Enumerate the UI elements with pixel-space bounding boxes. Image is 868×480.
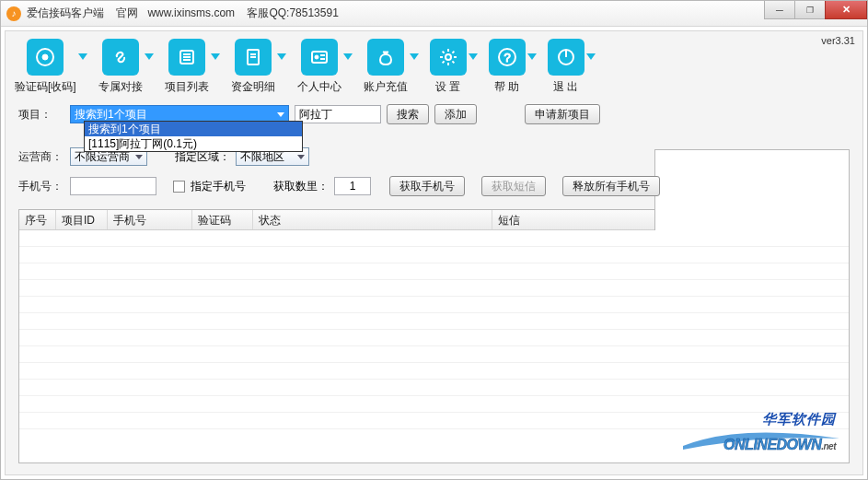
- table-row: [19, 280, 849, 297]
- table-row: [19, 330, 849, 346]
- project-dropdown[interactable]: 搜索到1个项目[1115]阿拉丁网(0.1元): [84, 121, 303, 152]
- site-label: 官网: [116, 6, 138, 19]
- content-panel: ver3.31 验证码[收码]专属对接项目列表资金明细个人中心账户充值设 置?帮…: [5, 30, 863, 475]
- get-sms-button[interactable]: 获取短信: [481, 176, 546, 196]
- get-phone-button[interactable]: 获取手机号: [389, 176, 465, 196]
- projects-label: 项目列表: [165, 79, 209, 95]
- table-row: [19, 230, 849, 247]
- col-seq[interactable]: 序号: [19, 210, 56, 229]
- table-row: [19, 263, 849, 280]
- profile-icon: [301, 39, 338, 76]
- toolbar-item-verify: 验证码[收码]: [15, 39, 87, 95]
- qty-label: 获取数里：: [273, 179, 329, 194]
- toolbar-item-funds: 资金明细: [231, 39, 286, 95]
- toolbar-item-help: ?帮 助: [489, 39, 537, 95]
- funds-dropdown-caret[interactable]: [277, 53, 286, 60]
- toolbar-item-settings: 设 置: [430, 39, 478, 95]
- exit-button[interactable]: 退 出: [548, 39, 584, 95]
- app-window: ♪ 爱信接码客户端 官网 www.ixinsms.com 客服QQ:785135…: [0, 0, 868, 480]
- settings-label: 设 置: [435, 79, 460, 95]
- app-name: 爱信接码客户端: [27, 6, 104, 19]
- row-phone: 手机号： 指定手机号 获取数里： 获取手机号 获取短信 释放所有手机号: [18, 172, 850, 200]
- phone-label: 手机号：: [18, 179, 64, 194]
- apply-project-button[interactable]: 申请新项目: [525, 104, 600, 124]
- main-toolbar: 验证码[收码]专属对接项目列表资金明细个人中心账户充值设 置?帮 助退 出: [6, 31, 862, 100]
- verify-button[interactable]: 验证码[收码]: [15, 39, 76, 95]
- recharge-button[interactable]: 账户充值: [364, 39, 408, 95]
- specify-phone-label: 指定手机号: [191, 179, 246, 194]
- watermark-en: ONLINEDOWN.net: [723, 437, 836, 453]
- verify-icon: [27, 39, 64, 76]
- table-row: [19, 363, 849, 380]
- col-phone[interactable]: 手机号: [108, 210, 192, 229]
- table-row: [19, 380, 849, 396]
- settings-icon: [430, 39, 467, 76]
- help-dropdown-caret[interactable]: [527, 53, 537, 60]
- project-combo-text: 搜索到1个项目: [75, 107, 147, 123]
- add-button[interactable]: 添加: [434, 104, 477, 124]
- help-label: 帮 助: [494, 79, 519, 95]
- recharge-dropdown-caret[interactable]: [410, 53, 419, 60]
- table-row: [19, 413, 849, 429]
- titlebar: ♪ 爱信接码客户端 官网 www.ixinsms.com 客服QQ:785135…: [1, 1, 867, 27]
- svg-point-1: [42, 54, 48, 60]
- svg-point-10: [315, 55, 318, 59]
- col-pid[interactable]: 项目ID: [56, 210, 108, 229]
- table-row: [19, 247, 849, 263]
- recharge-icon: [367, 39, 404, 76]
- funds-button[interactable]: 资金明细: [231, 39, 275, 95]
- svg-text:?: ?: [503, 51, 510, 64]
- exit-label: 退 出: [553, 79, 578, 95]
- title-text: 爱信接码客户端 官网 www.ixinsms.com 客服QQ:78513591: [27, 6, 339, 21]
- qty-input[interactable]: [334, 177, 371, 195]
- swoosh-icon: [683, 429, 839, 451]
- toolbar-item-dedicated: 专属对接: [98, 39, 154, 95]
- recharge-label: 账户充值: [364, 79, 408, 95]
- close-button[interactable]: [825, 1, 867, 19]
- help-button[interactable]: ?帮 助: [489, 39, 526, 95]
- dedicated-button[interactable]: 专属对接: [98, 39, 143, 95]
- projects-button[interactable]: 项目列表: [165, 39, 209, 95]
- help-icon: ?: [489, 39, 526, 76]
- table-row: [19, 346, 849, 363]
- app-icon: ♪: [6, 6, 21, 21]
- settings-dropdown-caret[interactable]: [469, 53, 478, 60]
- search-button[interactable]: 搜索: [387, 104, 429, 124]
- svg-point-13: [446, 54, 451, 60]
- data-grid: 序号项目ID手机号验证码状态短信号码属性 华军软件园 ONLINEDOWN.ne…: [18, 209, 850, 463]
- carrier-label: 运营商：: [18, 149, 64, 165]
- version-label: ver3.31: [821, 35, 855, 46]
- exit-dropdown-caret[interactable]: [586, 53, 596, 60]
- project-label: 项目：: [18, 107, 64, 123]
- dedicated-label: 专属对接: [98, 79, 143, 95]
- toolbar-item-exit: 退 出: [548, 39, 596, 95]
- table-row: [19, 396, 849, 413]
- project-option-1[interactable]: [1115]阿拉丁网(0.1元): [85, 136, 302, 151]
- profile-dropdown-caret[interactable]: [343, 53, 353, 60]
- release-all-button[interactable]: 释放所有手机号: [562, 176, 660, 196]
- project-option-0[interactable]: 搜索到1个项目: [85, 122, 302, 136]
- keyword-input[interactable]: [295, 105, 381, 123]
- minimize-button[interactable]: [764, 1, 795, 19]
- projects-dropdown-caret[interactable]: [211, 53, 220, 60]
- maximize-button[interactable]: [794, 1, 826, 19]
- table-row: [19, 297, 849, 313]
- exit-icon: [548, 39, 584, 76]
- grid-body[interactable]: 华军软件园 ONLINEDOWN.net: [19, 230, 849, 462]
- settings-button[interactable]: 设 置: [430, 39, 467, 95]
- specify-phone-checkbox[interactable]: [173, 181, 185, 193]
- toolbar-item-recharge: 账户充值: [364, 39, 419, 95]
- phone-input[interactable]: [70, 177, 156, 195]
- funds-icon: [235, 39, 272, 76]
- svg-rect-9: [312, 52, 327, 63]
- funds-label: 资金明细: [231, 79, 275, 95]
- col-code[interactable]: 验证码: [192, 210, 253, 229]
- verify-dropdown-caret[interactable]: [78, 53, 87, 60]
- toolbar-item-profile: 个人中心: [297, 39, 353, 95]
- profile-button[interactable]: 个人中心: [297, 39, 341, 95]
- table-row: [19, 313, 849, 330]
- row-project: 项目： 搜索到1个项目 搜索 添加 申请新项目 搜索到1个项目[1115]阿拉丁…: [18, 100, 850, 128]
- col-state[interactable]: 状态: [253, 210, 492, 229]
- dedicated-icon: [102, 39, 139, 76]
- dedicated-dropdown-caret[interactable]: [145, 53, 154, 60]
